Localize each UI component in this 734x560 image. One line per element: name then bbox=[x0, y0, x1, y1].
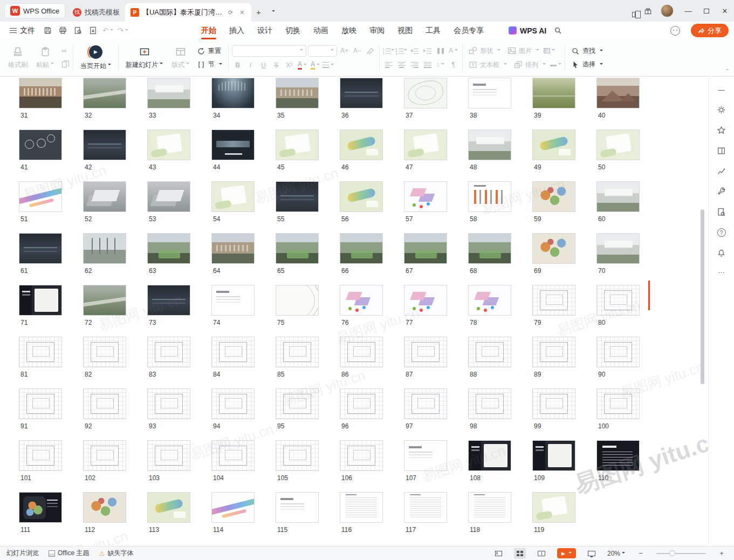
slide-thumbnail-70[interactable] bbox=[596, 233, 640, 264]
text-direction-button[interactable]: A bbox=[448, 45, 459, 56]
slide-thumbnail-102[interactable] bbox=[83, 440, 126, 471]
zoom-out-button[interactable]: − bbox=[635, 548, 647, 559]
slide-thumbnail-37[interactable] bbox=[404, 78, 447, 108]
avatar[interactable] bbox=[661, 4, 674, 17]
columns-button[interactable] bbox=[435, 45, 446, 56]
wps-ai-button[interactable]: WPS AI bbox=[505, 25, 550, 36]
tab-presentation-doc[interactable]: P 【UA国际】泰禾厦门湾北大坵 ⟳ ✕ bbox=[125, 3, 251, 22]
arrange-button[interactable]: 排列 bbox=[511, 60, 548, 70]
slide-thumbnail-80[interactable] bbox=[596, 285, 640, 316]
slide-thumbnail-71[interactable] bbox=[19, 285, 62, 316]
layout-button[interactable]: 版式 bbox=[168, 44, 193, 72]
slide-thumbnail-76[interactable] bbox=[340, 285, 383, 316]
textbox-button[interactable]: 文本框 bbox=[466, 60, 510, 70]
slide-thumbnail-73[interactable] bbox=[147, 285, 190, 316]
find-button[interactable]: 查找 bbox=[568, 46, 606, 56]
slide-thumbnail-35[interactable] bbox=[276, 78, 319, 108]
slide-thumbnail-103[interactable] bbox=[147, 440, 190, 471]
menu-tab-4[interactable]: 切换 bbox=[279, 22, 307, 39]
menu-tab-3[interactable]: 设计 bbox=[251, 22, 279, 39]
slide-thumbnail-58[interactable] bbox=[468, 181, 511, 212]
paste-button[interactable]: 粘贴 bbox=[32, 44, 58, 72]
slide-thumbnail-107[interactable] bbox=[404, 440, 447, 471]
slide-thumbnail-88[interactable] bbox=[468, 337, 511, 367]
slide-thumbnail-101[interactable] bbox=[19, 440, 62, 471]
picture-button[interactable]: 图片 bbox=[505, 46, 542, 56]
export-pdf-button[interactable] bbox=[86, 24, 100, 37]
zoom-level[interactable]: 20% bbox=[607, 550, 625, 557]
slide-thumbnail-34[interactable] bbox=[211, 78, 255, 108]
align-right-button[interactable] bbox=[409, 59, 420, 70]
slide-thumbnail-113[interactable] bbox=[147, 492, 190, 523]
slide-thumbnail-74[interactable] bbox=[211, 285, 255, 316]
slide-thumbnail-57[interactable] bbox=[404, 181, 447, 212]
zoom-slider-handle[interactable] bbox=[669, 550, 675, 556]
favorites-icon[interactable] bbox=[717, 126, 726, 135]
slide-thumbnail-44[interactable] bbox=[211, 129, 255, 160]
redo-button[interactable]: ↷ bbox=[116, 24, 130, 37]
slide-thumbnail-67[interactable] bbox=[404, 233, 447, 264]
slide-thumbnail-63[interactable] bbox=[147, 233, 190, 264]
slide-thumbnail-46[interactable] bbox=[340, 129, 383, 160]
slide-thumbnail-105[interactable] bbox=[276, 440, 319, 471]
save-button[interactable] bbox=[40, 24, 54, 37]
slide-thumbnail-110[interactable] bbox=[596, 440, 640, 471]
slide-thumbnail-64[interactable] bbox=[211, 233, 255, 264]
menu-tab-9[interactable]: 工具 bbox=[419, 22, 447, 39]
search-button[interactable] bbox=[551, 24, 565, 37]
close-button[interactable]: ✕ bbox=[716, 0, 734, 22]
slide-thumbnail-62[interactable] bbox=[83, 233, 126, 264]
slide-thumbnail-108[interactable] bbox=[468, 440, 511, 471]
bullets-button[interactable] bbox=[383, 45, 394, 56]
slide-thumbnail-81[interactable] bbox=[19, 337, 62, 367]
slide-thumbnail-83[interactable] bbox=[147, 337, 190, 367]
font-size-combobox[interactable] bbox=[308, 45, 337, 57]
font-name-combobox[interactable] bbox=[232, 45, 306, 57]
assistant-icon[interactable] bbox=[668, 24, 682, 37]
slide-thumbnail-97[interactable] bbox=[404, 388, 447, 419]
slide-thumbnail-111[interactable] bbox=[19, 492, 62, 523]
share-button[interactable]: 分享 bbox=[691, 24, 729, 37]
slide-thumbnail-91[interactable] bbox=[19, 388, 62, 419]
slide-thumbnail-66[interactable] bbox=[340, 233, 383, 264]
increase-font-button[interactable]: A+ bbox=[339, 45, 350, 56]
reset-button[interactable]: 重置 bbox=[194, 46, 225, 56]
slide-thumbnail-92[interactable] bbox=[83, 388, 126, 419]
slide-thumbnail-36[interactable] bbox=[340, 78, 383, 108]
slide-thumbnail-61[interactable] bbox=[19, 233, 62, 264]
bold-button[interactable]: B bbox=[232, 60, 243, 71]
slide-thumbnail-32[interactable] bbox=[83, 78, 126, 108]
slide-thumbnail-90[interactable] bbox=[596, 337, 640, 367]
slide-thumbnail-42[interactable] bbox=[83, 129, 126, 160]
numbering-button[interactable] bbox=[396, 45, 407, 56]
slide-thumbnail-45[interactable] bbox=[276, 129, 319, 160]
slide-thumbnail-33[interactable] bbox=[147, 78, 190, 108]
align-left-button[interactable] bbox=[383, 59, 394, 70]
normal-view-button[interactable] bbox=[492, 548, 504, 559]
menu-tab-10[interactable]: 会员专享 bbox=[447, 22, 490, 39]
slide-thumbnail-100[interactable] bbox=[596, 388, 640, 419]
slide-thumbnail-39[interactable] bbox=[532, 78, 575, 108]
slideshow-button[interactable]: ▶ bbox=[557, 548, 576, 558]
menu-tab-7[interactable]: 审阅 bbox=[363, 22, 391, 39]
reading-view-button[interactable] bbox=[536, 548, 547, 559]
ribbon-collapse-icon[interactable]: ⌃ bbox=[725, 68, 730, 74]
line-spacing-button[interactable]: ↕ bbox=[435, 59, 446, 70]
slide-thumbnail-54[interactable] bbox=[211, 181, 255, 212]
view-mode-label[interactable]: 幻灯片浏览 bbox=[6, 549, 39, 558]
zoom-in-button[interactable]: + bbox=[716, 548, 728, 559]
wps-home-tab[interactable]: W WPS Office bbox=[4, 3, 65, 18]
properties-icon[interactable] bbox=[717, 105, 726, 114]
cut-button[interactable]: ✂ bbox=[59, 46, 70, 57]
superscript-button[interactable]: X² bbox=[284, 60, 295, 71]
slide-thumbnail-69[interactable] bbox=[532, 233, 575, 264]
slide-thumbnail-79[interactable] bbox=[532, 285, 575, 316]
new-slide-button[interactable]: 新建幻灯片 bbox=[122, 44, 167, 72]
slide-thumbnail-104[interactable] bbox=[211, 440, 255, 471]
section-button[interactable]: 节 bbox=[194, 59, 225, 70]
display-mode-button[interactable] bbox=[586, 548, 598, 559]
slide-thumbnail-78[interactable] bbox=[468, 285, 511, 316]
maximize-button[interactable] bbox=[697, 0, 716, 22]
italic-button[interactable]: I bbox=[245, 60, 256, 71]
slide-thumbnail-53[interactable] bbox=[147, 181, 190, 212]
